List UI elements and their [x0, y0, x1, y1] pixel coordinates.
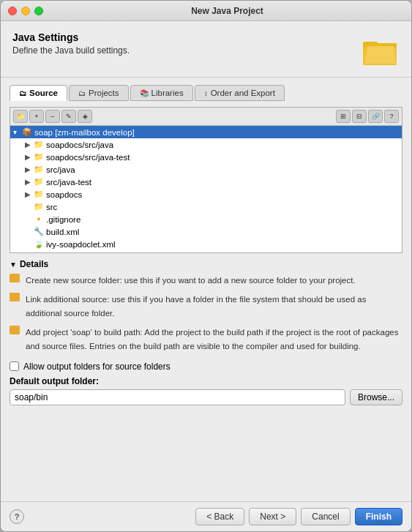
- toolbar-btn-4[interactable]: ✎: [61, 110, 76, 123]
- details-header[interactable]: ▼ Details: [10, 259, 402, 269]
- maximize-button[interactable]: [34, 7, 43, 15]
- toolbar-btn-link[interactable]: 🔗: [368, 110, 383, 123]
- toolbar-btn-expand-all[interactable]: ⊞: [336, 110, 351, 123]
- tree-item-ivy-soapdocs[interactable]: 🍃 ivy-soapdocs.xml: [10, 250, 402, 253]
- detail-text-2: Link additional source: use this if you …: [26, 293, 402, 321]
- tab-libraries[interactable]: 📚 Libraries: [130, 85, 193, 101]
- file-icon-ivy1: 🍃: [34, 239, 44, 249]
- close-button[interactable]: [8, 7, 17, 15]
- help-button[interactable]: ?: [10, 509, 24, 524]
- tree-item-root-label: soap [zm-mailbox develop]: [34, 128, 135, 137]
- page-title: Java Settings: [12, 31, 130, 43]
- tree-panel: 📁 + − ✎ ◈ ⊞ ⊟ 🔗 ? ▾ 📦 soap [zm-mailbox d…: [10, 107, 402, 253]
- bottom-right: < Back Next > Cancel Finish: [195, 508, 402, 525]
- tree-arrow-3: ▶: [25, 153, 34, 161]
- create-source-folder-link[interactable]: Create new source folder: [26, 276, 119, 285]
- toolbar-btn-collapse-all[interactable]: ⊟: [352, 110, 367, 123]
- add-project-to-build-link[interactable]: Add project 'soap' to build path: [26, 328, 141, 337]
- allow-output-folders-checkbox[interactable]: [10, 361, 19, 371]
- tree-arrow-5: ▶: [25, 178, 34, 186]
- folder-icon: [362, 31, 400, 70]
- toolbar-right: ⊞ ⊟ 🔗 ?: [336, 110, 399, 123]
- folder-icon-soapdocs: 📁: [34, 190, 44, 199]
- output-folder-label: Default output folder:: [10, 376, 402, 386]
- detail-folder-icon-2: [10, 293, 20, 301]
- detail-text-3: Add project 'soap' to build path: Add th…: [26, 326, 402, 354]
- tree-item-label-7: src: [46, 203, 57, 211]
- tree-item-label-5: src/java-test: [46, 178, 91, 187]
- tree-item-label-10: ivy-soapdoclet.xml: [46, 240, 116, 249]
- tree-item-label-4: src/java: [46, 165, 75, 174]
- link-additional-source-link[interactable]: Link additional source: [26, 295, 107, 304]
- tree-item-label-11: ivy-soapdocs.xml: [46, 252, 111, 254]
- minimize-button[interactable]: [21, 7, 30, 15]
- tree-item-soapdocs-src-java[interactable]: ▶ 📁 soapdocs/src/java: [10, 138, 402, 151]
- tree-arrow-2: ▶: [25, 141, 34, 149]
- toolbar-btn-1[interactable]: 📁: [13, 110, 28, 123]
- toolbar-btn-3[interactable]: −: [45, 110, 60, 123]
- detail-item-create-source: Create new source folder: use this if yo…: [10, 274, 402, 288]
- file-icon-ivy2: 🍃: [34, 252, 44, 253]
- details-section: ▼ Details Create new source folder: use …: [10, 259, 402, 494]
- tree-item-label-3: soapdocs/src/java-test: [46, 153, 130, 162]
- source-tab-icon: 🗂: [19, 89, 26, 97]
- detail-item-link-source: Link additional source: use this if you …: [10, 293, 402, 321]
- tree-item-root[interactable]: ▾ 📦 soap [zm-mailbox develop]: [10, 126, 402, 138]
- header-icon: [362, 31, 400, 70]
- page-subtitle: Define the Java build settings.: [12, 45, 130, 56]
- tree-item-src[interactable]: 📁 src: [10, 201, 402, 213]
- tree-item-src-java-test[interactable]: ▶ 📁 src/java-test: [10, 176, 402, 188]
- tab-projects[interactable]: 🗂 Projects: [69, 85, 129, 101]
- cancel-button[interactable]: Cancel: [301, 508, 350, 525]
- header-text: Java Settings Define the Java build sett…: [12, 31, 130, 56]
- svg-marker-4: [364, 46, 397, 64]
- allow-output-folders-label: Allow output folders for source folders: [23, 361, 171, 372]
- tree-item-label-6: soapdocs: [46, 190, 82, 199]
- bottom-bar: ? < Back Next > Cancel Finish: [1, 501, 411, 531]
- tree-item-soapdocs[interactable]: ▶ 📁 soapdocs: [10, 188, 402, 201]
- main-content: 🗂 Source 🗂 Projects 📚 Libraries ↕ Order …: [1, 78, 411, 501]
- tab-source[interactable]: 🗂 Source: [10, 85, 67, 101]
- tab-order-export[interactable]: ↕ Order and Export: [195, 85, 285, 101]
- bottom-left: ?: [10, 509, 24, 524]
- project-icon: 📦: [22, 127, 32, 137]
- tabs-bar: 🗂 Source 🗂 Projects 📚 Libraries ↕ Order …: [10, 85, 402, 101]
- tree-item-gitignore[interactable]: 🔸 .gitignore: [10, 213, 402, 225]
- toolbar-btn-help[interactable]: ?: [384, 110, 399, 123]
- src-folder-icon-4: 📁: [34, 177, 44, 187]
- finish-button[interactable]: Finish: [355, 508, 402, 525]
- tree-item-ivy-soapdoclet[interactable]: 🍃 ivy-soapdoclet.xml: [10, 238, 402, 250]
- detail-item-add-project: Add project 'soap' to build path: Add th…: [10, 326, 402, 354]
- src-folder-icon-2: 📁: [34, 152, 44, 162]
- toolbar-btn-2[interactable]: +: [29, 110, 44, 123]
- projects-tab-icon: 🗂: [78, 89, 86, 97]
- details-body: Create new source folder: use this if yo…: [10, 274, 402, 354]
- tree-item-src-java[interactable]: ▶ 📁 src/java: [10, 163, 402, 176]
- details-arrow: ▼: [10, 261, 17, 269]
- back-button[interactable]: < Back: [195, 508, 244, 525]
- tree-item-soapdocs-src-java-test[interactable]: ▶ 📁 soapdocs/src/java-test: [10, 151, 402, 163]
- details-label: Details: [20, 259, 48, 269]
- folder-icon-src: 📁: [34, 202, 44, 211]
- detail-folder-icon-3: [10, 326, 20, 334]
- tree-item-build-xml[interactable]: 🔧 build.xml: [10, 225, 402, 238]
- tree-arrow-4: ▶: [25, 165, 34, 173]
- src-folder-icon-3: 📁: [34, 165, 44, 174]
- src-folder-icon-1: 📁: [34, 140, 44, 149]
- tree-arrow-6: ▶: [25, 190, 34, 198]
- tree-arrow-root: ▾: [13, 128, 22, 136]
- header-area: Java Settings Define the Java build sett…: [1, 21, 411, 78]
- titlebar: New Java Project: [1, 1, 411, 21]
- file-icon-build: 🔧: [34, 227, 44, 236]
- next-button[interactable]: Next >: [249, 508, 296, 525]
- toolbar-btn-5[interactable]: ◈: [78, 110, 92, 123]
- output-folder-input[interactable]: [10, 389, 345, 405]
- window-title: New Java Project: [50, 6, 404, 16]
- file-icon-gitignore: 🔸: [34, 214, 44, 224]
- tree-item-label-2: soapdocs/src/java: [46, 141, 113, 149]
- detail-text-1: Create new source folder: use this if yo…: [26, 274, 356, 288]
- detail-rest-1: : use this if you want to add a new sour…: [119, 276, 355, 285]
- libraries-tab-icon: 📚: [140, 89, 149, 97]
- traffic-lights: [8, 7, 43, 15]
- browse-button[interactable]: Browse...: [350, 389, 402, 405]
